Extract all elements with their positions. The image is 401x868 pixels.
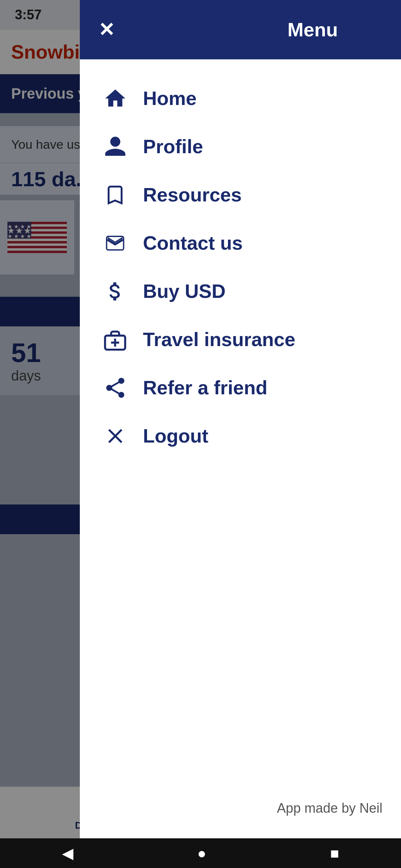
menu-resources-label: Resources xyxy=(143,184,242,206)
menu-item-contact[interactable]: Contact us xyxy=(102,219,382,267)
menu-footer: App made by Neil xyxy=(80,793,401,838)
menu-travel-insurance-label: Travel insurance xyxy=(143,328,295,351)
menu-footer-text: App made by Neil xyxy=(277,800,382,816)
android-nav-bar: ◀ ● ■ xyxy=(0,838,401,868)
menu-profile-label: Profile xyxy=(143,135,203,158)
menu-title: Menu xyxy=(287,19,338,41)
menu-refer-label: Refer a friend xyxy=(143,377,267,399)
x-icon xyxy=(102,423,128,449)
android-recent-button[interactable]: ■ xyxy=(330,845,339,862)
home-icon xyxy=(102,85,128,111)
menu-item-resources[interactable]: Resources xyxy=(102,171,382,219)
menu-contact-label: Contact us xyxy=(143,232,243,254)
menu-home-label: Home xyxy=(143,87,196,109)
menu-header: ✕ Menu xyxy=(80,0,401,59)
bookmark-icon xyxy=(102,182,128,208)
menu-buy-usd-label: Buy USD xyxy=(143,280,225,302)
menu-item-logout[interactable]: Logout xyxy=(102,412,382,460)
android-home-button[interactable]: ● xyxy=(197,845,206,862)
briefcase-icon xyxy=(102,326,128,352)
menu-item-profile[interactable]: Profile xyxy=(102,122,382,171)
share-icon xyxy=(102,375,128,401)
menu-item-travel-insurance[interactable]: Travel insurance xyxy=(102,315,382,364)
mail-icon xyxy=(102,230,128,256)
menu-item-buy-usd[interactable]: Buy USD xyxy=(102,267,382,315)
menu-panel: ✕ Menu Home Profile xyxy=(80,0,401,838)
dollar-icon xyxy=(102,278,128,304)
profile-icon xyxy=(102,134,128,160)
menu-item-home[interactable]: Home xyxy=(102,74,382,122)
menu-close-button[interactable]: ✕ xyxy=(98,19,115,41)
menu-item-refer[interactable]: Refer a friend xyxy=(102,364,382,412)
menu-logout-label: Logout xyxy=(143,425,208,447)
menu-items-list: Home Profile Resources xyxy=(80,59,401,793)
android-back-button[interactable]: ◀ xyxy=(62,845,74,862)
